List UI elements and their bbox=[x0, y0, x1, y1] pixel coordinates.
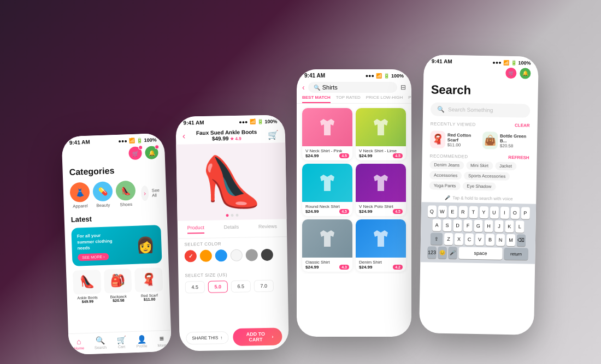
filter-best-match[interactable]: BEST MATCH bbox=[302, 95, 331, 103]
grid-product-3[interactable]: V Neck Polo Shirt $24.99 4.5 bbox=[356, 164, 406, 216]
key-h[interactable]: H bbox=[484, 220, 493, 232]
grid-product-5[interactable]: Denim Shirt $24.99 4.2 bbox=[356, 219, 406, 272]
refresh-button[interactable]: REFRESH bbox=[508, 155, 529, 160]
key-p[interactable]: P bbox=[521, 207, 529, 219]
swatch-gray[interactable] bbox=[246, 249, 258, 261]
add-to-cart-button[interactable]: ADD TO CART › bbox=[233, 327, 282, 346]
tag-denim-jeans[interactable]: Denim Jeans bbox=[429, 160, 464, 169]
dot-2[interactable] bbox=[231, 214, 233, 217]
mini-product-boots[interactable]: 👠 Ankle Boots $49.99 bbox=[73, 270, 102, 304]
tab-details[interactable]: Details bbox=[224, 224, 239, 233]
swatch-white[interactable] bbox=[231, 249, 243, 261]
key-mic[interactable]: 🎤 bbox=[448, 247, 457, 259]
size-4-5[interactable]: 4.5 bbox=[185, 281, 205, 294]
share-button[interactable]: SHARE THIS ↑ bbox=[186, 331, 228, 344]
search-cart-icon[interactable]: 🛒 bbox=[505, 68, 516, 79]
search-back-button[interactable]: ‹ bbox=[302, 83, 305, 92]
category-beauty[interactable]: 💊 Beauty bbox=[92, 181, 113, 208]
recommended-label: RECOMMENDED bbox=[430, 153, 468, 159]
cart-button[interactable]: 🛒 bbox=[268, 129, 279, 140]
promo-banner[interactable]: For all your summer clothing needs SEE M… bbox=[71, 225, 162, 266]
key-x[interactable]: X bbox=[455, 233, 463, 245]
tag-eye-shadow[interactable]: Eye Shadow bbox=[462, 182, 496, 190]
size-5-0[interactable]: 5.0 bbox=[208, 281, 228, 293]
promo-button[interactable]: SEE MORE › bbox=[78, 253, 109, 261]
key-i[interactable]: I bbox=[500, 207, 509, 219]
search-notif-icon[interactable]: 🔔 bbox=[520, 68, 531, 79]
tag-sports[interactable]: Sports Accessories bbox=[464, 172, 510, 181]
key-w[interactable]: W bbox=[438, 206, 446, 218]
key-shift[interactable]: ⇧ bbox=[431, 232, 443, 244]
key-g[interactable]: G bbox=[474, 220, 482, 232]
notification-badge-icon[interactable]: 🔔 bbox=[145, 146, 158, 159]
nav-home[interactable]: ⌂ Home bbox=[74, 337, 85, 350]
key-j[interactable]: J bbox=[494, 220, 503, 232]
key-o[interactable]: O bbox=[510, 207, 519, 219]
filter-price[interactable]: PRICE bbox=[408, 95, 411, 103]
search-input-box[interactable]: 🔍 Shirts bbox=[308, 82, 397, 93]
grid-product-0[interactable]: V Neck Shirt - Pink $24.99 4.5 bbox=[302, 108, 352, 160]
clear-button[interactable]: CLEAR bbox=[515, 123, 530, 128]
swatch-orange[interactable] bbox=[200, 250, 212, 262]
key-y[interactable]: Y bbox=[479, 206, 488, 218]
key-u[interactable]: U bbox=[490, 206, 498, 218]
size-6-5[interactable]: 6.5 bbox=[231, 280, 251, 293]
key-backspace[interactable]: ⌫ bbox=[517, 234, 526, 246]
key-c[interactable]: C bbox=[465, 234, 474, 246]
key-emoji[interactable]: 😊 bbox=[438, 247, 446, 259]
key-return[interactable]: return bbox=[504, 248, 528, 260]
mini-product-scarf[interactable]: 🧣 Red Scarf $11.00 bbox=[134, 267, 163, 302]
grid-product-1[interactable]: V Neck Shirt - Lime $24.99 4.5 bbox=[356, 108, 406, 160]
profile-nav-icon: 👤 bbox=[137, 335, 146, 344]
key-space[interactable]: space bbox=[458, 247, 502, 259]
dot-1[interactable] bbox=[226, 214, 228, 217]
swatch-blue[interactable] bbox=[215, 249, 227, 261]
size-7-0[interactable]: 7.0 bbox=[254, 280, 274, 293]
nav-profile[interactable]: 👤 Profile bbox=[136, 335, 148, 348]
key-n[interactable]: N bbox=[496, 234, 505, 246]
tab-product[interactable]: Product bbox=[187, 225, 204, 234]
filter-icon[interactable]: ⊟ bbox=[400, 83, 406, 91]
tag-mini-skirt[interactable]: Mini Skirt bbox=[466, 162, 493, 170]
key-t[interactable]: T bbox=[469, 206, 478, 218]
see-all-button[interactable]: › bbox=[141, 186, 149, 201]
key-z[interactable]: Z bbox=[444, 233, 453, 245]
key-v[interactable]: V bbox=[475, 234, 484, 246]
category-see-all[interactable]: See All bbox=[152, 188, 160, 198]
product-1-price: $24.99 bbox=[359, 153, 372, 158]
category-apparel[interactable]: 👗 Apparel bbox=[69, 182, 90, 209]
tag-yoga-pants[interactable]: Yoga Pants bbox=[429, 181, 461, 190]
key-s[interactable]: S bbox=[443, 219, 451, 231]
back-button[interactable]: ‹ bbox=[182, 131, 186, 141]
key-r[interactable]: R bbox=[458, 206, 467, 218]
dot-3[interactable] bbox=[235, 214, 238, 217]
category-shoes[interactable]: 👠 Shoes bbox=[115, 181, 136, 207]
key-a[interactable]: A bbox=[432, 219, 441, 231]
key-m[interactable]: M bbox=[506, 234, 515, 246]
recent-item-bag[interactable]: 👜 Bottle Green B... $20.58 bbox=[482, 132, 529, 150]
key-k[interactable]: K bbox=[505, 220, 514, 232]
grid-product-4[interactable]: Classic Shirt $24.99 4.3 bbox=[302, 219, 352, 272]
tab-reviews[interactable]: Reviews bbox=[258, 224, 277, 233]
key-123[interactable]: 123 bbox=[427, 246, 436, 258]
mini-product-backpack[interactable]: 🎒 Backpack $20.58 bbox=[104, 268, 133, 303]
nav-search[interactable]: 🔍 Search bbox=[94, 336, 107, 350]
filter-top-rated[interactable]: TOP RATED bbox=[336, 95, 361, 103]
nav-cart[interactable]: 🛒 Cart bbox=[116, 336, 126, 349]
key-l[interactable]: L bbox=[515, 220, 524, 232]
grid-product-2[interactable]: Round Neck Shirt $24.99 4.5 bbox=[302, 164, 352, 216]
swatch-dark[interactable] bbox=[261, 249, 273, 261]
swatch-red[interactable] bbox=[185, 250, 197, 262]
key-e[interactable]: E bbox=[448, 206, 457, 218]
key-b[interactable]: B bbox=[486, 234, 494, 246]
filter-price-low[interactable]: PRICE LOW-HIGH bbox=[366, 95, 403, 103]
tag-jacket[interactable]: Jacket bbox=[495, 162, 516, 171]
cart-badge-icon[interactable]: 🛒 bbox=[128, 146, 142, 160]
key-d[interactable]: D bbox=[453, 219, 462, 231]
tag-accessories[interactable]: Accessories bbox=[429, 171, 462, 180]
key-q[interactable]: Q bbox=[427, 205, 436, 217]
key-f[interactable]: F bbox=[463, 220, 472, 232]
nav-more[interactable]: ≡ More bbox=[157, 334, 167, 348]
recent-item-scarf[interactable]: 🧣 Red Cotton Scarf $11.00 bbox=[430, 130, 479, 149]
search-page-input[interactable]: 🔍 Search Something bbox=[431, 102, 530, 117]
